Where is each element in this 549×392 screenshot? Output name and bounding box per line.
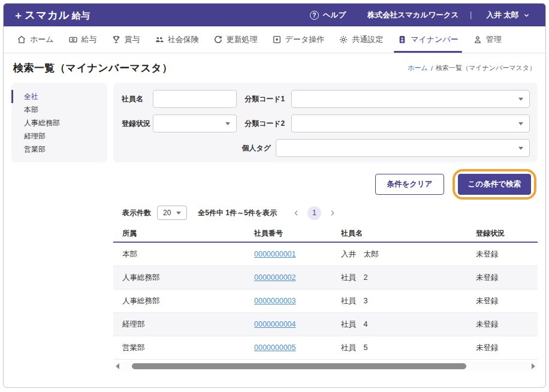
button-row: 条件をクリア この条件で検索 — [113, 171, 538, 197]
results-table: 所属社員番号社員名登録状況 本部0000000001入井 太郎未登録人事総務部0… — [113, 225, 538, 371]
employee-number-link[interactable]: 0000000005 — [254, 343, 296, 352]
nav-item-label: 共通設定 — [352, 34, 383, 45]
table-row: 人事総務部0000000002社員 2未登録 — [113, 266, 538, 290]
sidebar-item[interactable]: 人事総務部 — [11, 116, 107, 129]
column-header: 所属 — [122, 228, 254, 239]
employee-name-input[interactable] — [153, 90, 237, 108]
scroll-right-arrow[interactable] — [532, 363, 535, 369]
per-page-value: 20 — [163, 209, 171, 217]
nav-item-admin[interactable]: 管理 — [466, 26, 509, 53]
page-1-button[interactable]: 1 — [307, 206, 321, 220]
sidebar-item[interactable]: 経理部 — [11, 129, 107, 143]
scrollbar-track[interactable] — [124, 363, 527, 369]
per-page-label: 表示件数 — [122, 208, 151, 218]
app-window: ＋ スマカル 給与 ? ヘルプ 株式会社スマカルワークス ｜ 入井 太郎 ホーム… — [3, 3, 546, 388]
employee-number-link[interactable]: 0000000003 — [254, 297, 296, 305]
cell-employee-name: 社員 4 — [341, 319, 476, 330]
sidebar-item[interactable]: 全社 — [11, 90, 107, 103]
help-button[interactable]: ? ヘルプ — [310, 10, 346, 20]
dropdown-caret-icon — [518, 98, 523, 101]
result-count-text: 全5件中 1件～5件を表示 — [198, 208, 277, 218]
breadcrumb-home-link[interactable]: ホーム — [408, 64, 428, 73]
person-icon — [473, 35, 482, 44]
cell-department: 人事総務部 — [122, 296, 254, 306]
help-label: ヘルプ — [323, 10, 346, 20]
nav-item-my-number[interactable]: マイナンバー — [390, 26, 466, 53]
table-header-row: 所属社員番号社員名登録状況 — [113, 225, 538, 243]
search-panel: 社員名 分類コード1 登録状況 分類コード2 — [113, 83, 538, 162]
app-header: ＋ スマカル 給与 ? ヘルプ 株式会社スマカルワークス ｜ 入井 太郎 — [4, 4, 545, 26]
per-page-select[interactable]: 20 — [157, 206, 187, 220]
nav-bar: ホーム給与賞与社会保険更新処理データ操作共通設定マイナンバー管理 — [4, 26, 545, 53]
personal-tag-label: 個人タグ — [229, 143, 271, 153]
company-name: 株式会社スマカルワークス — [367, 10, 458, 20]
nav-item-update-process[interactable]: 更新処理 — [206, 26, 265, 53]
gear-icon — [339, 35, 348, 44]
registration-status-label: 登録状況 — [122, 119, 153, 129]
cell-employee-number: 0000000004 — [254, 320, 341, 328]
cell-department: 営業部 — [122, 343, 254, 353]
main-column: 社員名 分類コード1 登録状況 分類コード2 — [113, 83, 538, 371]
column-header: 社員番号 — [254, 228, 341, 239]
cell-employee-name: 入井 太郎 — [341, 249, 476, 260]
search-row-3: 個人タグ — [113, 139, 538, 157]
sidebar-item[interactable]: 本部 — [11, 103, 107, 116]
account-area: 株式会社スマカルワークス ｜ 入井 太郎 — [367, 10, 533, 21]
nav-item-label: ホーム — [30, 34, 54, 45]
cell-department: 人事総務部 — [122, 273, 254, 283]
cell-employee-name: 社員 5 — [341, 343, 476, 353]
nav-item-data-operation[interactable]: データ操作 — [265, 26, 332, 53]
next-page-button[interactable] — [328, 209, 336, 217]
cell-department: 経理部 — [122, 319, 254, 330]
download-box-icon — [272, 35, 282, 44]
registration-status-select[interactable] — [153, 114, 237, 132]
nav-item-bonus[interactable]: 賞与 — [104, 26, 147, 53]
table-body: 本部0000000001入井 太郎未登録人事総務部0000000002社員 2未… — [113, 243, 538, 360]
dropdown-caret-icon — [225, 122, 230, 125]
scroll-left-arrow[interactable] — [116, 363, 119, 369]
employee-number-link[interactable]: 0000000002 — [254, 273, 296, 282]
nav-item-label: 更新処理 — [227, 34, 258, 45]
employee-number-link[interactable]: 0000000004 — [254, 320, 296, 328]
cell-registration-status: 未登録 — [476, 296, 538, 306]
employee-number-link[interactable]: 0000000001 — [254, 250, 296, 258]
header-right: ? ヘルプ 株式会社スマカルワークス ｜ 入井 太郎 — [310, 10, 533, 21]
cell-employee-number: 0000000005 — [254, 343, 341, 352]
page-title: 検索一覧（マイナンバーマスタ） — [13, 61, 173, 75]
help-icon: ? — [310, 11, 319, 20]
app-logo[interactable]: ＋ スマカル 給与 — [13, 8, 90, 22]
cell-department: 本部 — [122, 249, 254, 260]
category-code2-select[interactable] — [291, 114, 530, 132]
id-card-icon — [397, 35, 407, 44]
results-toolbar: 表示件数 20 全5件中 1件～5件を表示 1 — [113, 204, 538, 221]
content-area: 全社本部人事総務部経理部営業部 社員名 分類コード1 登録状況 — [4, 82, 545, 371]
nav-item-label: 賞与 — [125, 34, 140, 45]
home-icon — [17, 35, 26, 44]
nav-item-salary[interactable]: 給与 — [61, 26, 104, 53]
scrollbar-thumb[interactable] — [132, 363, 466, 369]
cell-registration-status: 未登録 — [476, 249, 538, 260]
cell-employee-name: 社員 3 — [341, 296, 476, 306]
search-button[interactable]: この条件で検索 — [458, 174, 531, 195]
breadcrumb-separator: / — [431, 65, 433, 72]
user-menu-button[interactable]: 入井 太郎 — [483, 10, 533, 21]
banknote-icon — [68, 35, 78, 44]
dropdown-caret-icon — [176, 212, 181, 215]
table-row: 営業部0000000005社員 5未登録 — [113, 336, 538, 360]
horizontal-scrollbar — [113, 361, 538, 371]
sidebar-item[interactable]: 営業部 — [11, 143, 107, 156]
nav-item-common-settings[interactable]: 共通設定 — [331, 26, 390, 53]
nav-item-label: 給与 — [82, 34, 97, 45]
personal-tag-select[interactable] — [276, 139, 530, 157]
department-sidebar: 全社本部人事総務部経理部営業部 — [11, 83, 107, 162]
table-row: 人事総務部0000000003社員 3未登録 — [113, 290, 538, 313]
category-code2-label: 分類コード2 — [245, 119, 286, 129]
clear-conditions-button[interactable]: 条件をクリア — [375, 174, 444, 195]
table-row: 本部0000000001入井 太郎未登録 — [113, 243, 538, 266]
category-code1-select[interactable] — [291, 90, 530, 108]
account-divider: ｜ — [467, 10, 474, 20]
prev-page-button[interactable] — [292, 209, 300, 217]
nav-item-social-insurance[interactable]: 社会保険 — [147, 26, 206, 53]
nav-item-home[interactable]: ホーム — [10, 26, 61, 53]
column-header: 社員名 — [341, 228, 476, 239]
